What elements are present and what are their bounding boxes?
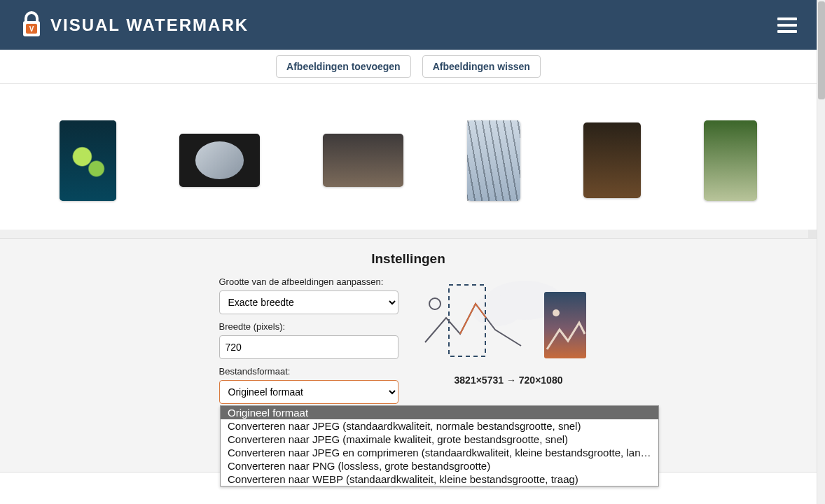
logo: V VISUAL WATERMARK (20, 11, 249, 39)
app-title: VISUAL WATERMARK (50, 15, 249, 35)
image-thumbnail[interactable] (60, 120, 116, 201)
svg-point-4 (472, 295, 521, 326)
svg-point-8 (553, 309, 560, 316)
settings-title: Instellingen (0, 251, 817, 267)
app-header: V VISUAL WATERMARK (0, 0, 817, 50)
format-option[interactable]: Origineel formaat (221, 406, 658, 419)
hamburger-menu-icon[interactable] (777, 14, 797, 36)
format-option[interactable]: Converteren naar PNG (lossless, grote be… (221, 459, 658, 472)
settings-panel: Instellingen Grootte van de afbeeldingen… (0, 238, 817, 488)
image-thumbnail[interactable] (179, 134, 260, 187)
resize-preview: 3821×5731 → 720×1080 (420, 276, 598, 404)
lock-icon: V (20, 11, 43, 39)
page-vertical-scrollbar[interactable] (817, 0, 825, 504)
width-label: Breedte (pixels): (219, 321, 398, 332)
toolbar: Afbeeldingen toevoegen Afbeeldingen wiss… (0, 50, 817, 84)
format-option[interactable]: Converteren naar WEBP (standaardkwalitei… (221, 472, 658, 486)
resize-label: Grootte van de afbeeldingen aanpassen: (219, 276, 398, 287)
image-thumbnail[interactable] (323, 134, 403, 187)
image-thumbnail[interactable] (467, 120, 520, 201)
image-thumbnail[interactable] (583, 122, 641, 198)
format-option[interactable]: Converteren naar JPEG (standaardkwalitei… (221, 419, 658, 433)
image-thumbnail[interactable] (704, 120, 757, 201)
resize-mode-select[interactable]: Exacte breedte (219, 290, 398, 314)
svg-text:V: V (29, 25, 34, 33)
file-format-dropdown-list[interactable]: Origineel formaat Converteren naar JPEG … (220, 405, 659, 486)
thumbnails-row (0, 84, 817, 224)
file-format-select[interactable]: Origineel formaat (219, 380, 398, 404)
dimensions-text: 3821×5731 → 720×1080 (420, 374, 598, 386)
width-input[interactable] (219, 335, 398, 359)
svg-point-5 (429, 298, 441, 309)
clear-images-button[interactable]: Afbeeldingen wissen (422, 55, 541, 78)
thumbnails-panel (0, 84, 817, 238)
scrollbar-corner (808, 230, 817, 238)
format-label: Bestandsformaat: (219, 366, 398, 377)
format-option[interactable]: Converteren naar JPEG (maximale kwalitei… (221, 433, 658, 446)
format-option[interactable]: Converteren naar JPEG en comprimeren (st… (221, 446, 658, 459)
settings-form: Grootte van de afbeeldingen aanpassen: E… (219, 276, 398, 404)
app-window: V VISUAL WATERMARK Afbeeldingen toevoege… (0, 0, 817, 504)
scrollbar-thumb[interactable] (818, 1, 825, 99)
thumbnails-horizontal-scrollbar[interactable] (0, 230, 817, 238)
resize-diagram-icon (420, 279, 598, 370)
add-images-button[interactable]: Afbeeldingen toevoegen (276, 55, 411, 78)
